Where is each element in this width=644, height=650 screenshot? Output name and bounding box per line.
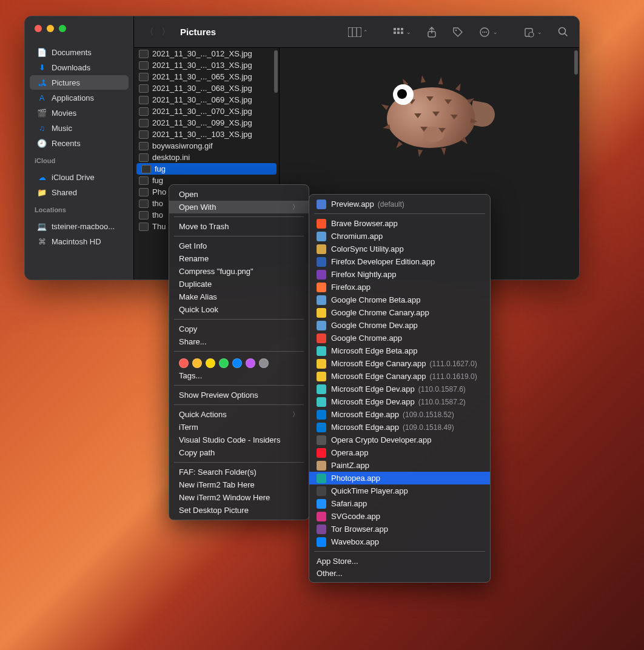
sidebar-item-recents[interactable]: 🕘Recents bbox=[30, 136, 129, 150]
sidebar-item-shared[interactable]: 📁Shared bbox=[30, 185, 129, 199]
ctx-copy[interactable]: Copy bbox=[169, 323, 309, 335]
open-with-app[interactable]: PaintZ.app bbox=[309, 459, 490, 472]
app-name: Microsoft Edge Dev.app bbox=[331, 384, 415, 394]
ctx-move-to-trash[interactable]: Move to Trash bbox=[169, 220, 309, 233]
scrollbar-thumb[interactable] bbox=[574, 50, 578, 75]
ctx-new-iterm-window[interactable]: New iTerm2 Window Here bbox=[169, 491, 309, 504]
open-with-app[interactable]: Microsoft Edge Dev.app(110.0.1587.2) bbox=[309, 395, 490, 408]
open-with-app[interactable]: Microsoft Edge Canary.app(111.0.1619.0) bbox=[309, 370, 490, 383]
sidebar-item-music[interactable]: ♫Music bbox=[30, 121, 129, 135]
ctx-compress[interactable]: Compress "fugu.png" bbox=[169, 265, 309, 278]
file-row[interactable]: 2021_11_30_..._068_XS.jpg bbox=[134, 82, 279, 94]
ctx-faf[interactable]: FAF: Search Folder(s) bbox=[169, 466, 309, 478]
fullscreen-button[interactable] bbox=[59, 25, 66, 32]
ctx-vscode[interactable]: Visual Studio Code - Insiders bbox=[169, 434, 309, 446]
ctx-make-alias[interactable]: Make Alias bbox=[169, 290, 309, 303]
open-with-app[interactable]: Chromium.app bbox=[309, 230, 490, 243]
open-with-app[interactable]: Opera Crypto Developer.app bbox=[309, 434, 490, 446]
search-icon[interactable] bbox=[554, 24, 572, 39]
back-button[interactable]: 〈 bbox=[141, 24, 158, 40]
file-row[interactable]: 2021_11_30_..._069_XS.jpg bbox=[134, 94, 279, 106]
open-with-app[interactable]: ColorSync Utility.app bbox=[309, 243, 490, 255]
sidebar-item-downloads[interactable]: ⬇︎Downloads bbox=[30, 60, 129, 75]
open-with-app[interactable]: Google Chrome Dev.app bbox=[309, 319, 490, 332]
view-columns-icon[interactable]: ⌃ bbox=[344, 25, 372, 39]
forward-button[interactable]: 〉 bbox=[158, 24, 174, 40]
open-with-app[interactable]: SVGcode.app bbox=[309, 510, 490, 523]
file-row[interactable]: 2021_11_30_..._103_XS.jpg bbox=[134, 129, 279, 140]
sidebar-item-tsteiner-macboo-[interactable]: 💻tsteiner-macboo... bbox=[30, 219, 129, 233]
tag-color[interactable] bbox=[246, 358, 255, 368]
file-row[interactable]: fug bbox=[136, 163, 277, 175]
more-icon[interactable]: ⌄ bbox=[475, 24, 501, 40]
file-row[interactable]: boywasiwrong.gif bbox=[134, 140, 279, 152]
tag-color[interactable] bbox=[179, 358, 189, 368]
minimize-button[interactable] bbox=[47, 25, 54, 32]
open-with-default[interactable]: Preview.app (default) bbox=[309, 198, 490, 210]
open-with-app[interactable]: QuickTime Player.app bbox=[309, 484, 490, 497]
file-row[interactable]: 2021_11_30_..._099_XS.jpg bbox=[134, 117, 279, 129]
sidebar-item-applications[interactable]: AApplications bbox=[30, 90, 129, 105]
svg-point-16 bbox=[529, 32, 534, 37]
app-icon bbox=[317, 283, 326, 292]
open-with-app[interactable]: Google Chrome Beta.app bbox=[309, 293, 490, 306]
file-row[interactable]: 2021_11_30_..._012_XS.jpg bbox=[134, 48, 279, 59]
ctx-copy-path[interactable]: Copy path bbox=[169, 446, 309, 459]
file-row[interactable]: desktop.ini bbox=[134, 152, 279, 163]
close-button[interactable] bbox=[35, 25, 42, 32]
ctx-open[interactable]: Open bbox=[169, 188, 309, 201]
file-row[interactable]: 2021_11_30_..._070_XS.jpg bbox=[134, 106, 279, 117]
open-with-app[interactable]: Firefox.app bbox=[309, 281, 490, 293]
ctx-share[interactable]: Share... bbox=[169, 335, 309, 348]
open-with-app[interactable]: Opera.app bbox=[309, 446, 490, 459]
ctx-get-info[interactable]: Get Info bbox=[169, 240, 309, 252]
tag-color[interactable] bbox=[232, 358, 242, 368]
ctx-tags[interactable]: Tags... bbox=[169, 369, 309, 382]
file-row[interactable]: 2021_11_30_..._013_XS.jpg bbox=[134, 59, 279, 71]
open-with-app[interactable]: Google Chrome Canary.app bbox=[309, 306, 490, 319]
trash-icon[interactable]: ⌄ bbox=[520, 24, 546, 40]
open-with-app[interactable]: Microsoft Edge Dev.app(110.0.1587.6) bbox=[309, 383, 490, 395]
open-with-app[interactable]: Brave Browser.app bbox=[309, 217, 490, 230]
file-name: 2021_11_30_..._013_XS.jpg bbox=[152, 61, 252, 70]
tag-color[interactable] bbox=[192, 358, 202, 368]
open-with-app[interactable]: Microsoft Edge.app(109.0.1518.52) bbox=[309, 408, 490, 421]
sidebar-item-pictures[interactable]: 🏞Pictures bbox=[30, 75, 129, 90]
tag-color[interactable] bbox=[219, 358, 229, 368]
open-with-app[interactable]: Tor Browser.app bbox=[309, 523, 490, 535]
tag-icon[interactable] bbox=[449, 24, 467, 40]
ctx-quick-look[interactable]: Quick Look bbox=[169, 303, 309, 316]
sidebar-item-label: Movies bbox=[52, 109, 76, 118]
ctx-iterm[interactable]: iTerm bbox=[169, 421, 309, 434]
open-with-app[interactable]: Wavebox.app bbox=[309, 535, 490, 548]
share-icon[interactable] bbox=[423, 24, 440, 40]
open-with-app[interactable]: Microsoft Edge Canary.app(111.0.1627.0) bbox=[309, 357, 490, 370]
open-with-app[interactable]: Microsoft Edge Beta.app bbox=[309, 344, 490, 357]
scrollbar-thumb[interactable] bbox=[274, 50, 278, 93]
tag-color[interactable] bbox=[259, 358, 269, 368]
ctx-show-preview-options[interactable]: Show Preview Options bbox=[169, 389, 309, 401]
open-with-app-store[interactable]: App Store... bbox=[309, 555, 490, 567]
open-with-app[interactable]: Firefox Developer Edition.app bbox=[309, 255, 490, 268]
sidebar-item-documents[interactable]: 📄Documents bbox=[30, 45, 129, 59]
sidebar-item-movies[interactable]: 🎬Movies bbox=[30, 106, 129, 120]
open-with-app[interactable]: Firefox Nightly.app bbox=[309, 268, 490, 281]
open-with-app[interactable]: Photopea.app bbox=[309, 472, 490, 484]
open-with-app[interactable]: Safari.app bbox=[309, 497, 490, 510]
app-version: (110.0.1587.2) bbox=[418, 398, 466, 406]
sidebar-item-macintosh-hd[interactable]: ⌘Macintosh HD bbox=[30, 234, 129, 249]
ctx-rename[interactable]: Rename bbox=[169, 252, 309, 265]
ctx-new-iterm-tab[interactable]: New iTerm2 Tab Here bbox=[169, 478, 309, 491]
group-icon[interactable]: ⌄ bbox=[390, 25, 415, 39]
ctx-set-desktop[interactable]: Set Desktop Picture bbox=[169, 504, 309, 517]
ctx-duplicate[interactable]: Duplicate bbox=[169, 278, 309, 290]
ctx-quick-actions[interactable]: Quick Actions〉 bbox=[169, 408, 309, 421]
open-with-app[interactable]: Google Chrome.app bbox=[309, 332, 490, 344]
tag-color[interactable] bbox=[206, 358, 215, 368]
app-icon bbox=[317, 232, 326, 241]
sidebar-item-icloud-drive[interactable]: ☁︎iCloud Drive bbox=[30, 170, 129, 184]
file-row[interactable]: 2021_11_30_..._065_XS.jpg bbox=[134, 71, 279, 82]
open-with-other[interactable]: Other... bbox=[309, 567, 490, 579]
ctx-open-with[interactable]: Open With〉 bbox=[169, 201, 309, 213]
open-with-app[interactable]: Microsoft Edge.app(109.0.1518.49) bbox=[309, 421, 490, 434]
